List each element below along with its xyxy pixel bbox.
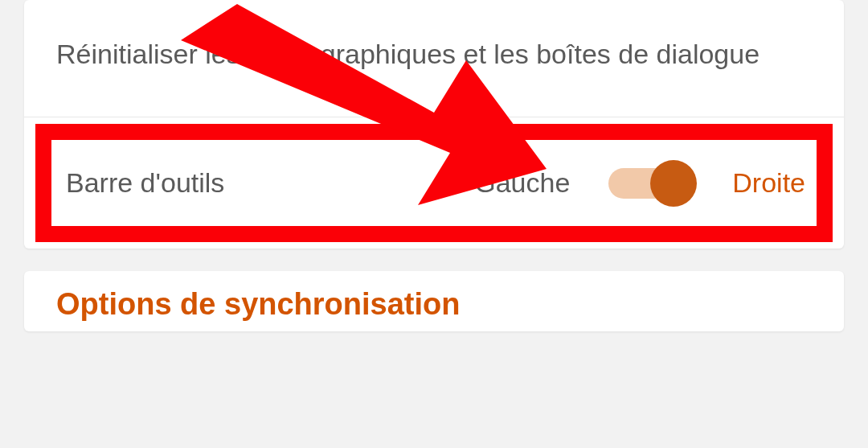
settings-card-top: Réinitialiser les aides graphiques et le…	[24, 0, 844, 249]
toolbar-label: Barre d'outils	[66, 167, 224, 199]
toolbar-position-wrap: Barre d'outils Gauche Droite	[24, 117, 844, 249]
sync-options-title: Options de synchronisation	[24, 271, 844, 331]
toggle-knob	[650, 160, 697, 207]
toolbar-option-left: Gauche	[474, 167, 570, 199]
sync-options-card: Options de synchronisation	[24, 271, 844, 331]
reset-graphics-label: Réinitialiser les aides graphiques et le…	[56, 39, 760, 69]
toolbar-option-right: Droite	[732, 167, 805, 199]
reset-graphics-row[interactable]: Réinitialiser les aides graphiques et le…	[24, 0, 844, 117]
toolbar-position-toggle[interactable]	[608, 168, 689, 199]
toolbar-position-row: Barre d'outils Gauche Droite	[27, 117, 841, 249]
